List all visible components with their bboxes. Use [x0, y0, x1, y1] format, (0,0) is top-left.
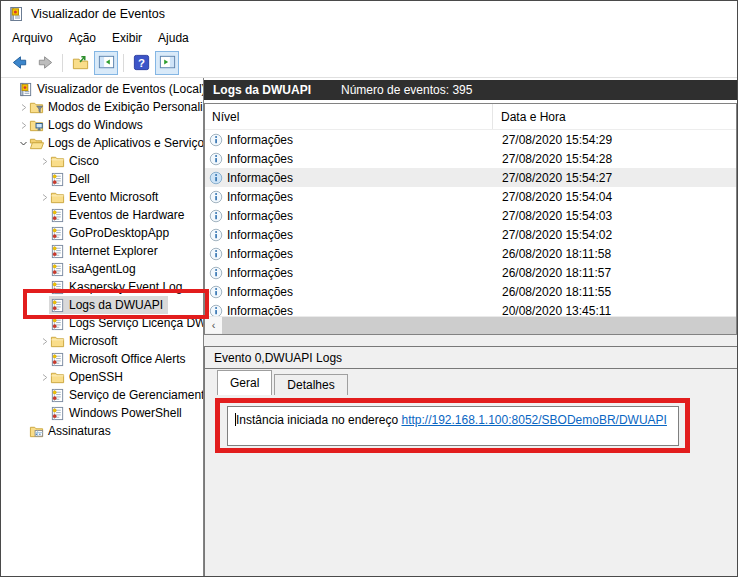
toolbar: ? [1, 48, 737, 78]
event-log-icon [50, 208, 65, 223]
event-log-icon [50, 298, 65, 313]
column-header-level[interactable]: Nível [205, 104, 493, 129]
sidebar-item-internet-explorer[interactable]: Internet Explorer [1, 242, 203, 260]
tree-item-label: Windows PowerShell [69, 406, 184, 420]
event-level-label: Informações [227, 171, 293, 185]
expand-arrow-icon[interactable] [39, 193, 49, 202]
log-header-bar: Logs da DWUAPI Número de eventos: 395 [204, 80, 737, 100]
folder-monitor-icon [29, 118, 44, 133]
sidebar-item-visualizador-de-eventos-local[interactable]: Visualizador de Eventos (Local) [1, 80, 203, 98]
event-level-label: Informações [227, 133, 293, 147]
event-datetime: 26/08/2020 18:11:55 [493, 285, 611, 299]
event-level-cell: Informações [205, 228, 493, 242]
event-row[interactable]: Informações27/08/2020 15:54:02 [205, 225, 736, 244]
event-level-label: Informações [227, 228, 293, 242]
event-count: Número de eventos: 395 [341, 83, 472, 97]
event-row[interactable]: Informações27/08/2020 15:54:27 [205, 168, 736, 187]
sidebar-item-modos-de-exibicao-personali[interactable]: Modos de Exibição Personali [1, 98, 203, 116]
help-icon[interactable]: ? [129, 51, 153, 75]
event-message-link[interactable]: http://192.168.1.100:8052/SBODemoBR/DWUA… [401, 413, 666, 427]
console-tree: Visualizador de Eventos (Local)Modos de … [1, 78, 204, 577]
tree-item-label: OpenSSH [69, 370, 125, 384]
sidebar-item-assinaturas[interactable]: Assinaturas [1, 422, 203, 440]
event-level-cell: Informações [205, 285, 493, 299]
sidebar-item-logs-do-windows[interactable]: Logs do Windows [1, 116, 203, 134]
scroll-left-button[interactable]: ‹ [205, 317, 222, 333]
event-message-box[interactable]: Instância iniciada no endereço http://19… [227, 406, 679, 446]
folder-open-icon [29, 136, 44, 151]
event-row[interactable]: Informações26/08/2020 18:11:55 [205, 282, 736, 301]
sidebar-item-microsoft[interactable]: Microsoft [1, 332, 203, 350]
sidebar-item-logs-servico-licenca-dw[interactable]: Logs Serviço Licença DW [1, 314, 203, 332]
sidebar-item-dell[interactable]: Dell [1, 170, 203, 188]
event-datetime: 27/08/2020 15:54:28 [493, 152, 612, 166]
event-row[interactable]: Informações27/08/2020 15:54:28 [205, 149, 736, 168]
event-log-icon [50, 262, 65, 277]
scrollbar-thumb[interactable] [222, 317, 736, 334]
menu-item-exibir[interactable]: Exibir [104, 29, 150, 47]
information-icon [209, 285, 223, 299]
column-header-datetime[interactable]: Data e Hora [493, 104, 566, 129]
event-row[interactable]: Informações26/08/2020 18:11:58 [205, 244, 736, 263]
event-level-cell: Informações [205, 152, 493, 166]
expand-arrow-icon[interactable] [39, 157, 49, 166]
expand-arrow-icon[interactable] [18, 103, 28, 112]
expand-arrow-icon[interactable] [39, 373, 49, 382]
event-row[interactable]: Informações27/08/2020 15:54:29 [205, 130, 736, 149]
menu-item-arquivo[interactable]: Arquivo [4, 29, 61, 47]
event-log-icon [50, 388, 65, 403]
show-action-pane-icon[interactable] [155, 51, 179, 75]
sidebar-item-openssh[interactable]: OpenSSH [1, 368, 203, 386]
event-rows: Informações27/08/2020 15:54:29Informaçõe… [205, 130, 736, 316]
sidebar-item-eventos-de-hardware[interactable]: Eventos de Hardware [1, 206, 203, 224]
sidebar-item-microsoft-office-alerts[interactable]: Microsoft Office Alerts [1, 350, 203, 368]
horizontal-scrollbar[interactable]: ‹ [205, 316, 736, 334]
sidebar-item-kaspersky-event-log[interactable]: Kaspersky Event Log [1, 278, 203, 296]
tree-item-label: Assinaturas [48, 424, 113, 438]
title-bar[interactable]: Visualizador de Eventos [1, 1, 737, 27]
sidebar-item-servico-de-gerenciament[interactable]: Serviço de Gerenciament [1, 386, 203, 404]
event-log-icon [50, 280, 65, 295]
folder-filter-icon [29, 100, 44, 115]
sidebar-item-logs-de-aplicativos-e-servico[interactable]: Logs de Aplicativos e Serviço [1, 134, 203, 152]
tab-detalhes[interactable]: Detalhes [274, 374, 347, 395]
open-saved-log-icon[interactable] [68, 51, 92, 75]
sidebar-item-windows-powershell[interactable]: Windows PowerShell [1, 404, 203, 422]
sidebar-item-isaagentlog[interactable]: isaAgentLog [1, 260, 203, 278]
window-title: Visualizador de Eventos [31, 7, 165, 21]
tree-item-label: Cisco [69, 154, 101, 168]
event-viewer-window: Visualizador de Eventos ArquivoAçãoExibi… [0, 0, 738, 577]
event-row[interactable]: Informações27/08/2020 15:54:03 [205, 206, 736, 225]
information-icon [209, 209, 223, 223]
forward-icon[interactable] [33, 51, 57, 75]
event-level-label: Informações [227, 266, 293, 280]
expand-arrow-icon[interactable] [39, 337, 49, 346]
event-row[interactable]: Informações27/08/2020 15:54:04 [205, 187, 736, 206]
tree-item-label: Modos de Exibição Personali [48, 100, 204, 114]
back-icon[interactable] [7, 51, 31, 75]
preview-title: Evento 0,DWUAPI Logs [214, 351, 342, 365]
sidebar-item-evento-microsoft[interactable]: Evento Microsoft [1, 188, 203, 206]
event-row[interactable]: Informações26/08/2020 18:11:57 [205, 263, 736, 282]
tree-item-label: Eventos de Hardware [69, 208, 186, 222]
information-icon [209, 304, 223, 317]
folder-icon [50, 370, 65, 385]
event-level-label: Informações [227, 285, 293, 299]
information-icon [209, 190, 223, 204]
folder-icon [50, 190, 65, 205]
event-row[interactable]: Informações20/08/2020 13:45:11 [205, 301, 736, 316]
menu-item-acao[interactable]: Ação [61, 29, 104, 47]
sidebar-item-cisco[interactable]: Cisco [1, 152, 203, 170]
event-datetime: 26/08/2020 18:11:58 [493, 247, 611, 261]
menu-item-ajuda[interactable]: Ajuda [150, 29, 197, 47]
collapse-arrow-icon[interactable] [18, 139, 28, 148]
sidebar-item-logs-da-dwuapi[interactable]: Logs da DWUAPI [1, 296, 203, 314]
sidebar-item-goprodesktopapp[interactable]: GoProDesktopApp [1, 224, 203, 242]
tab-geral[interactable]: Geral [217, 370, 272, 395]
event-log-icon [50, 352, 65, 367]
folder-icon [50, 334, 65, 349]
preview-content: Instância iniciada no endereço http://19… [205, 395, 737, 577]
main-pane: Logs da DWUAPI Número de eventos: 395 Ní… [204, 78, 737, 577]
expand-arrow-icon[interactable] [18, 121, 28, 130]
show-console-tree-icon[interactable] [94, 51, 118, 75]
